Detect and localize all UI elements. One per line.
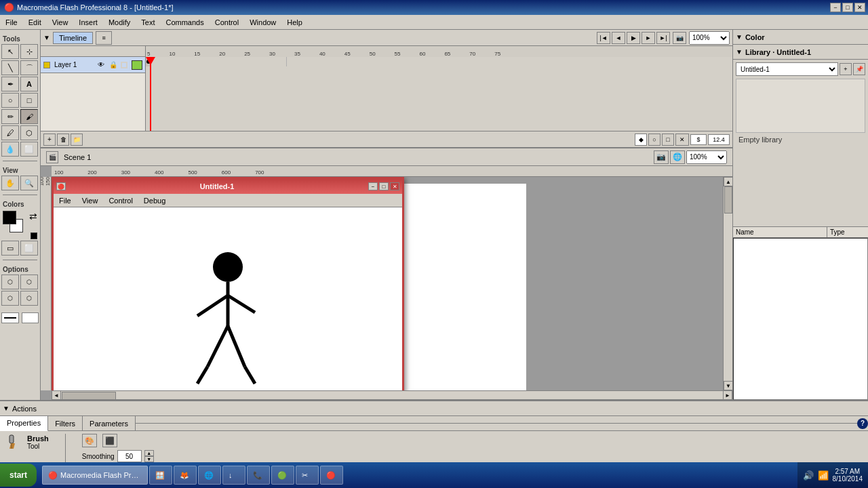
line-tool[interactable]: ╲ [1,60,19,75]
add-layer-btn[interactable]: + [43,134,56,146]
brush-paint-btn[interactable]: 🎨 [82,434,97,447]
help-icon[interactable]: ? [857,418,868,429]
taskbar-skype[interactable]: 📞 [247,466,270,485]
btn-to-end[interactable]: ►| [656,32,670,44]
taskbar-firefox[interactable]: 🦊 [174,466,197,485]
pencil-tool[interactable]: ✏ [1,109,19,124]
preview-menu-control[interactable]: Control [103,195,138,206]
stroke-color-btn[interactable]: ▭ [1,241,19,256]
stage-btn-1[interactable]: 📷 [654,150,669,164]
hand-tool[interactable]: ✋ [1,176,19,190]
preview-close[interactable]: ✕ [390,182,399,190]
preview-content[interactable] [54,207,402,390]
layer-lock[interactable]: 🔒 [108,60,118,70]
layer-outline[interactable] [121,62,127,68]
brush-tool[interactable]: 🖌 [20,109,38,124]
color-expand[interactable]: ▼ [736,33,743,41]
scene-icon[interactable]: 🎬 [46,151,58,163]
layer-eye[interactable]: 👁 [96,60,106,70]
timeline-options[interactable]: ≡ [96,31,112,45]
actions-expand[interactable]: ▼ [3,405,9,412]
delete-layer-btn[interactable]: 🗑 [57,134,69,146]
add-folder-btn[interactable]: 📁 [71,134,83,146]
preview-menu-view[interactable]: View [77,195,104,206]
delete-frame[interactable]: ✕ [675,134,689,146]
taskbar-greenapp[interactable]: 🟢 [271,466,294,485]
fill-color[interactable] [3,211,16,224]
menu-file[interactable]: File [0,15,23,30]
lasso-tool[interactable]: ⌒ [20,60,38,75]
fill-color-btn[interactable]: ⬜ [20,241,38,256]
smoothing-input[interactable] [117,450,142,462]
start-button[interactable]: start [0,464,37,487]
close-button[interactable]: ✕ [854,3,865,12]
stage-btn-2[interactable]: 🌐 [670,150,685,164]
taskbar-explorer[interactable]: 🪟 [149,466,172,485]
scroll-thumb[interactable] [724,186,732,214]
blank-keyframe[interactable]: ○ [648,134,660,146]
library-new-icon[interactable]: + [840,63,852,75]
option-btn-1[interactable]: ⬡ [1,274,19,289]
library-pin-icon[interactable]: 📌 [853,63,865,75]
scroll-up[interactable]: ▲ [724,177,732,186]
eyedropper-tool[interactable]: 💧 [1,142,19,157]
fill-style[interactable] [22,312,39,323]
taskbar-redapp[interactable]: 🔴 [320,466,343,485]
menu-commands[interactable]: Commands [160,15,209,30]
menu-window[interactable]: Window [244,15,281,30]
stroke-width[interactable] [1,312,19,323]
reset-colors[interactable] [31,232,37,239]
frame-insert[interactable]: □ [662,134,674,146]
option-btn-3[interactable]: ⬡ [1,291,19,306]
keyframe-insert[interactable]: ◆ [635,134,647,146]
menu-modify[interactable]: Modify [103,15,136,30]
minimize-button[interactable]: − [830,3,841,12]
restore-button[interactable]: □ [842,3,853,12]
timeline-tab[interactable]: Timeline [53,32,93,44]
menu-view[interactable]: View [47,15,74,30]
swap-colors[interactable]: ⇄ [29,211,37,222]
menu-text[interactable]: Text [136,15,160,30]
preview-restore[interactable]: □ [379,182,389,190]
timeline-collapse[interactable]: ▼ [43,34,50,41]
menu-help[interactable]: Help [281,15,308,30]
btn-play[interactable]: ▶ [627,32,640,44]
option-btn-2[interactable]: ⬡ [20,274,38,289]
oval-tool[interactable]: ○ [1,93,19,108]
library-expand[interactable]: ▼ [736,48,743,56]
scroll-track[interactable] [724,186,732,381]
scroll-right[interactable]: ► [723,390,732,400]
option-btn-4[interactable]: ⬡ [20,291,38,306]
scene-label[interactable]: Scene 1 [64,153,91,161]
preview-menu-debug[interactable]: Debug [138,195,171,206]
smoothing-up[interactable]: ▲ [144,450,154,456]
taskbar-chrome[interactable]: 🌐 [198,466,221,485]
pen-tool[interactable]: ✒ [1,77,19,92]
menu-control[interactable]: Control [210,15,244,30]
btn-next-frame[interactable]: ► [642,32,655,44]
menu-edit[interactable]: Edit [23,15,47,30]
scroll-left[interactable]: ◄ [52,390,61,400]
brush-size-btn[interactable]: ⬛ [102,434,117,447]
h-scroll-track[interactable] [61,390,723,400]
btn-prev-frame[interactable]: ◄ [612,32,625,44]
layer-name[interactable]: Layer 1 [54,61,94,68]
paintbucket-tool[interactable]: ⬡ [20,125,38,140]
zoom-select[interactable]: 100% 50% 200% [689,31,730,45]
preview-menu-file[interactable]: File [54,195,77,206]
taskbar-flash[interactable]: 🔴 Macromedia Flash Professional 8 [42,466,148,485]
smoothing-down[interactable]: ▼ [144,456,154,462]
rect-tool[interactable]: □ [20,93,38,108]
tab-parameters[interactable]: Parameters [83,416,136,431]
arrow-tool[interactable]: ↖ [1,44,19,59]
frame-empty[interactable] [151,57,287,66]
timeline-camera[interactable]: 📷 [673,32,686,44]
menu-insert[interactable]: Insert [73,15,103,30]
taskbar-utorrent[interactable]: ↓ [222,466,245,485]
stage-canvas[interactable]: 🔴 Untitled-1 − □ ✕ [52,177,723,390]
subselect-tool[interactable]: ⊹ [20,44,38,59]
tab-properties[interactable]: Properties [0,416,48,431]
preview-minimize[interactable]: − [368,182,378,190]
taskbar-clip[interactable]: ✂ [296,466,319,485]
btn-to-start[interactable]: |◄ [597,32,610,44]
